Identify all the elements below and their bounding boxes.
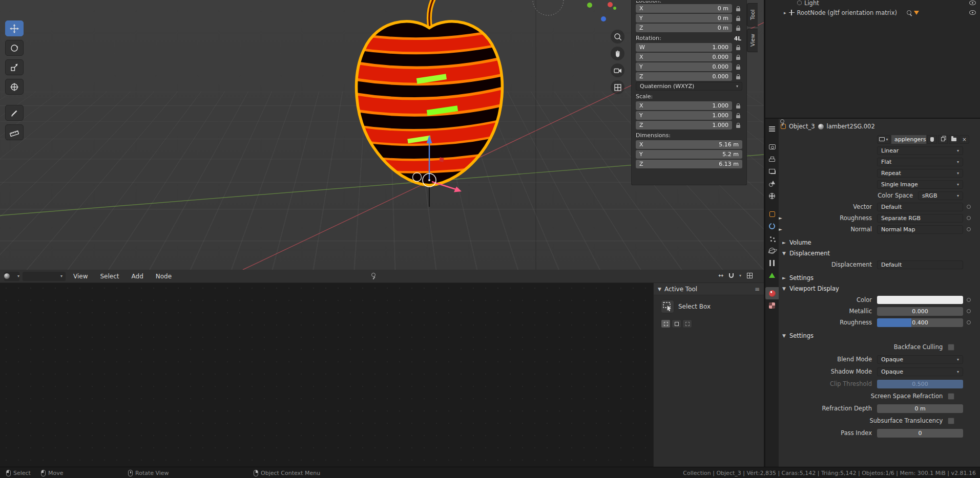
dimensions-x-field[interactable]: X 5.16 m [636,140,742,149]
lock-icon[interactable] [734,62,742,71]
normal-link-value[interactable]: Normal Map [877,225,963,234]
scale-z-field[interactable]: Z 1.000 [636,121,732,129]
section-settings-2[interactable]: ▼ Settings [782,332,980,339]
grid-view-button[interactable] [611,80,624,94]
camera-view-button[interactable] [611,63,624,77]
measure-tool-button[interactable] [5,124,24,140]
menu-add[interactable]: Add [127,271,148,281]
shader-node-editor[interactable]: ▾ ▾ View Select Add Node ↔ ▾ ▼ Active To… [0,270,764,467]
displacement-value[interactable]: Default [877,260,963,269]
image-browse-button[interactable]: ▾ [877,135,890,144]
lock-icon[interactable] [734,43,742,52]
section-displacement[interactable]: ▼ Displacement [782,250,980,257]
scale-tool-button[interactable] [5,59,24,75]
pass-index-field[interactable]: 0 [877,429,963,438]
transform-tool-button[interactable] [5,79,24,95]
properties-tab-particles[interactable] [765,232,779,245]
properties-tab-physics[interactable] [765,245,779,257]
select-box-tool-button[interactable] [661,300,674,313]
viewport-3d[interactable]: Location: X 0 m Y 0 m Z 0 m [0,0,764,270]
backface-culling-checkbox[interactable] [948,344,954,351]
panel-options-icon[interactable]: ≡ [755,286,760,293]
metallic-slider[interactable]: 0.000 [877,307,963,316]
select-mode-extend-button[interactable] [672,319,681,328]
lock-icon[interactable] [734,14,742,23]
section-volume[interactable]: ► Volume [782,239,980,246]
blend-mode-dropdown[interactable]: Opaque ▾ [877,355,963,364]
pin-icon[interactable] [370,272,377,280]
clip-threshold-slider[interactable]: 0.500 [877,380,963,388]
keyframe-dot-icon[interactable] [967,205,971,209]
location-y-field[interactable]: Y 0 m [636,14,732,23]
open-file-button[interactable] [949,135,958,144]
rotate-tool-button[interactable] [5,40,24,56]
editor-type-button[interactable]: ▾ [4,272,19,281]
rotation-mode-dropdown[interactable]: Quaternion (WXYZ) ▾ [636,82,742,91]
expand-arrow-icon[interactable]: ▸ [784,10,786,15]
sidebar-tab-tool[interactable]: Tool [747,3,758,27]
properties-tab-modifiers[interactable] [765,220,779,232]
section-viewport-display[interactable]: ▼ Viewport Display [782,285,980,292]
rotation-mode-badge[interactable]: 4L [733,35,742,41]
sidebar-tab-view[interactable]: View [747,29,758,52]
zoom-button[interactable] [611,30,624,44]
vector-value[interactable]: Default [877,203,963,211]
image-name-field[interactable]: applengers.. [891,135,926,144]
color-space-dropdown[interactable]: sRGB ▾ [918,191,963,200]
chevron-down-icon[interactable]: ▾ [739,273,741,278]
location-x-field[interactable]: X 0 m [636,4,732,13]
lock-icon[interactable] [734,4,742,13]
overlay-toggle-icon[interactable] [747,273,753,278]
roughness-link-value[interactable]: Separate RGB [877,214,963,223]
dimensions-y-field[interactable]: Y 5.2 m [636,150,742,159]
rotation-z-field[interactable]: Z 0.000 [636,72,732,81]
keyframe-dot-icon[interactable] [967,309,971,313]
rotation-w-field[interactable]: W 1.000 [636,43,732,52]
lock-icon[interactable] [734,24,742,32]
extension-dropdown[interactable]: Repeat ▾ [877,169,963,178]
properties-tab-constraints[interactable] [765,257,779,269]
editor-type-properties-icon[interactable] [765,123,779,135]
eye-icon[interactable] [969,10,976,15]
lock-icon[interactable] [734,72,742,81]
properties-tab-render[interactable] [765,141,779,153]
shadow-mode-dropdown[interactable]: Opaque ▾ [877,367,963,376]
scale-y-field[interactable]: Y 1.000 [636,111,732,120]
fake-user-button[interactable] [927,135,937,144]
active-tool-header[interactable]: ▼ Active Tool ≡ [654,283,764,295]
select-mode-subtract-button[interactable] [682,319,692,328]
properties-tab-world[interactable] [765,190,779,202]
interpolation-dropdown[interactable]: Linear ▾ [877,146,963,155]
keyframe-dot-icon[interactable] [967,227,971,231]
section-settings[interactable]: ► Settings [782,274,980,281]
lock-icon[interactable] [734,53,742,61]
projection-dropdown[interactable]: Flat ▾ [877,158,963,166]
lock-icon[interactable] [734,111,742,120]
apple-object[interactable] [344,0,514,205]
parent-links-icon[interactable]: ↔ [718,272,723,279]
properties-tab-material[interactable] [765,287,779,299]
properties-tab-texture[interactable] [765,299,779,312]
keyframe-dot-icon[interactable] [967,298,971,302]
move-tool-button[interactable] [5,20,24,36]
viewport-color-swatch[interactable] [877,296,963,304]
outliner-row-rootnode[interactable]: ▸ RootNode (gltf orientation matrix) [765,8,980,17]
properties-tab-view-layer[interactable] [765,165,779,178]
unlink-button[interactable]: × [960,135,969,144]
menu-select[interactable]: Select [95,271,123,281]
keyframe-dot-icon[interactable] [967,320,971,324]
properties-tab-scene[interactable] [765,178,779,190]
scale-x-field[interactable]: X 1.000 [636,101,732,110]
breadcrumb-material[interactable]: lambert2SG.002 [827,123,875,130]
properties-tab-output[interactable] [765,153,779,165]
properties-tab-object[interactable] [765,208,779,220]
pan-button[interactable] [611,47,624,60]
source-dropdown[interactable]: Single Image ▾ [877,180,963,189]
menu-view[interactable]: View [69,271,92,281]
expand-arrow-icon[interactable]: ► [779,215,784,221]
properties-tab-object-data[interactable] [765,269,779,281]
eye-icon[interactable] [969,1,976,5]
lock-icon[interactable] [734,121,742,129]
expand-arrow-icon[interactable]: ► [779,227,784,232]
refraction-depth-field[interactable]: 0 m [877,404,963,413]
